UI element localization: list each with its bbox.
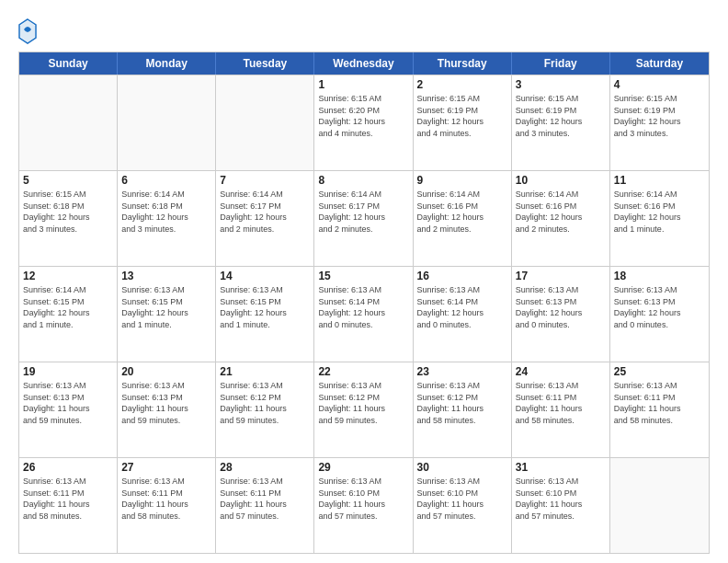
calendar-cell: 8Sunrise: 6:14 AM Sunset: 6:17 PM Daylig… (314, 171, 413, 266)
day-number: 28 (220, 461, 310, 474)
calendar-cell: 17Sunrise: 6:13 AM Sunset: 6:13 PM Dayli… (512, 267, 610, 362)
day-info: Sunrise: 6:13 AM Sunset: 6:13 PM Dayligh… (23, 380, 113, 426)
day-number: 29 (318, 461, 408, 474)
day-info: Sunrise: 6:15 AM Sunset: 6:19 PM Dayligh… (516, 93, 606, 139)
day-number: 11 (614, 174, 705, 187)
day-number: 6 (121, 174, 211, 187)
day-info: Sunrise: 6:14 AM Sunset: 6:16 PM Dayligh… (417, 189, 507, 235)
calendar-cell: 10Sunrise: 6:14 AM Sunset: 6:16 PM Dayli… (512, 171, 610, 266)
calendar-cell: 26Sunrise: 6:13 AM Sunset: 6:11 PM Dayli… (19, 458, 118, 553)
day-info: Sunrise: 6:14 AM Sunset: 6:17 PM Dayligh… (220, 189, 310, 235)
day-info: Sunrise: 6:13 AM Sunset: 6:10 PM Dayligh… (516, 476, 606, 522)
calendar-cell: 2Sunrise: 6:15 AM Sunset: 6:19 PM Daylig… (414, 75, 512, 170)
page: SundayMondayTuesdayWednesdayThursdayFrid… (0, 0, 728, 563)
calendar-cell: 16Sunrise: 6:13 AM Sunset: 6:14 PM Dayli… (414, 267, 512, 362)
day-info: Sunrise: 6:13 AM Sunset: 6:11 PM Dayligh… (23, 476, 113, 522)
calendar-row-5: 26Sunrise: 6:13 AM Sunset: 6:11 PM Dayli… (19, 457, 709, 553)
header-day-monday: Monday (118, 52, 216, 75)
day-number: 16 (417, 270, 507, 282)
day-number: 7 (220, 174, 310, 187)
day-info: Sunrise: 6:13 AM Sunset: 6:11 PM Dayligh… (220, 476, 310, 522)
day-number: 2 (417, 78, 507, 91)
day-info: Sunrise: 6:13 AM Sunset: 6:11 PM Dayligh… (614, 380, 705, 426)
day-info: Sunrise: 6:13 AM Sunset: 6:15 PM Dayligh… (121, 284, 211, 330)
day-number: 26 (23, 461, 113, 474)
day-number: 21 (220, 365, 310, 378)
day-number: 25 (614, 365, 705, 378)
day-info: Sunrise: 6:13 AM Sunset: 6:13 PM Dayligh… (516, 284, 606, 330)
calendar-cell: 9Sunrise: 6:14 AM Sunset: 6:16 PM Daylig… (414, 171, 512, 266)
day-info: Sunrise: 6:13 AM Sunset: 6:12 PM Dayligh… (417, 380, 507, 426)
calendar-cell: 19Sunrise: 6:13 AM Sunset: 6:13 PM Dayli… (19, 362, 118, 457)
day-info: Sunrise: 6:14 AM Sunset: 6:16 PM Dayligh… (516, 189, 606, 235)
header-day-thursday: Thursday (414, 52, 512, 75)
day-number: 3 (516, 78, 606, 91)
calendar-cell: 4Sunrise: 6:15 AM Sunset: 6:19 PM Daylig… (610, 75, 709, 170)
day-info: Sunrise: 6:15 AM Sunset: 6:19 PM Dayligh… (417, 93, 507, 139)
calendar-cell: 25Sunrise: 6:13 AM Sunset: 6:11 PM Dayli… (610, 362, 709, 457)
header-day-friday: Friday (512, 52, 610, 75)
calendar-cell: 21Sunrise: 6:13 AM Sunset: 6:12 PM Dayli… (216, 362, 314, 457)
calendar-cell (610, 458, 709, 553)
day-number: 19 (23, 365, 113, 378)
header-day-tuesday: Tuesday (216, 52, 314, 75)
calendar-row-3: 12Sunrise: 6:14 AM Sunset: 6:15 PM Dayli… (19, 266, 709, 362)
calendar-cell: 23Sunrise: 6:13 AM Sunset: 6:12 PM Dayli… (414, 362, 512, 457)
calendar-cell: 27Sunrise: 6:13 AM Sunset: 6:11 PM Dayli… (118, 458, 216, 553)
day-info: Sunrise: 6:14 AM Sunset: 6:18 PM Dayligh… (121, 189, 211, 235)
day-number: 31 (516, 461, 606, 474)
calendar-cell: 6Sunrise: 6:14 AM Sunset: 6:18 PM Daylig… (118, 171, 216, 266)
calendar-cell: 3Sunrise: 6:15 AM Sunset: 6:19 PM Daylig… (512, 75, 610, 170)
day-number: 18 (614, 270, 705, 282)
day-info: Sunrise: 6:13 AM Sunset: 6:12 PM Dayligh… (220, 380, 310, 426)
calendar-cell: 14Sunrise: 6:13 AM Sunset: 6:15 PM Dayli… (216, 267, 314, 362)
day-number: 12 (23, 270, 113, 282)
header-day-sunday: Sunday (19, 52, 118, 75)
day-info: Sunrise: 6:15 AM Sunset: 6:18 PM Dayligh… (23, 189, 113, 235)
calendar-cell: 12Sunrise: 6:14 AM Sunset: 6:15 PM Dayli… (19, 267, 118, 362)
logo (18, 18, 39, 44)
day-info: Sunrise: 6:13 AM Sunset: 6:11 PM Dayligh… (121, 476, 211, 522)
calendar: SundayMondayTuesdayWednesdayThursdayFrid… (18, 52, 710, 554)
day-number: 30 (417, 461, 507, 474)
calendar-cell: 11Sunrise: 6:14 AM Sunset: 6:16 PM Dayli… (610, 171, 709, 266)
day-info: Sunrise: 6:13 AM Sunset: 6:10 PM Dayligh… (417, 476, 507, 522)
logo-icon (18, 18, 37, 44)
calendar-row-4: 19Sunrise: 6:13 AM Sunset: 6:13 PM Dayli… (19, 362, 709, 457)
calendar-cell (118, 75, 216, 170)
header (18, 15, 710, 44)
day-info: Sunrise: 6:14 AM Sunset: 6:16 PM Dayligh… (614, 189, 705, 235)
day-number: 13 (121, 270, 211, 282)
calendar-cell: 18Sunrise: 6:13 AM Sunset: 6:13 PM Dayli… (610, 267, 709, 362)
day-number: 17 (516, 270, 606, 282)
day-info: Sunrise: 6:13 AM Sunset: 6:15 PM Dayligh… (220, 284, 310, 330)
calendar-cell: 30Sunrise: 6:13 AM Sunset: 6:10 PM Dayli… (414, 458, 512, 553)
day-number: 1 (318, 78, 408, 91)
day-number: 24 (516, 365, 606, 378)
day-info: Sunrise: 6:15 AM Sunset: 6:19 PM Dayligh… (614, 93, 705, 139)
calendar-row-2: 5Sunrise: 6:15 AM Sunset: 6:18 PM Daylig… (19, 170, 709, 266)
day-number: 10 (516, 174, 606, 187)
day-number: 8 (318, 174, 408, 187)
day-info: Sunrise: 6:13 AM Sunset: 6:12 PM Dayligh… (318, 380, 408, 426)
calendar-cell: 22Sunrise: 6:13 AM Sunset: 6:12 PM Dayli… (314, 362, 413, 457)
calendar-cell (19, 75, 118, 170)
day-number: 9 (417, 174, 507, 187)
calendar-body: 1Sunrise: 6:15 AM Sunset: 6:20 PM Daylig… (19, 75, 709, 553)
calendar-cell: 29Sunrise: 6:13 AM Sunset: 6:10 PM Dayli… (314, 458, 413, 553)
day-number: 20 (121, 365, 211, 378)
calendar-cell: 13Sunrise: 6:13 AM Sunset: 6:15 PM Dayli… (118, 267, 216, 362)
calendar-cell: 31Sunrise: 6:13 AM Sunset: 6:10 PM Dayli… (512, 458, 610, 553)
day-info: Sunrise: 6:13 AM Sunset: 6:13 PM Dayligh… (614, 284, 705, 330)
day-number: 4 (614, 78, 705, 91)
day-info: Sunrise: 6:14 AM Sunset: 6:15 PM Dayligh… (23, 284, 113, 330)
calendar-cell: 24Sunrise: 6:13 AM Sunset: 6:11 PM Dayli… (512, 362, 610, 457)
calendar-cell: 1Sunrise: 6:15 AM Sunset: 6:20 PM Daylig… (314, 75, 413, 170)
calendar-cell: 7Sunrise: 6:14 AM Sunset: 6:17 PM Daylig… (216, 171, 314, 266)
day-info: Sunrise: 6:13 AM Sunset: 6:11 PM Dayligh… (516, 380, 606, 426)
day-info: Sunrise: 6:14 AM Sunset: 6:17 PM Dayligh… (318, 189, 408, 235)
calendar-cell: 15Sunrise: 6:13 AM Sunset: 6:14 PM Dayli… (314, 267, 413, 362)
calendar-header: SundayMondayTuesdayWednesdayThursdayFrid… (19, 52, 709, 75)
header-day-saturday: Saturday (610, 52, 709, 75)
day-info: Sunrise: 6:13 AM Sunset: 6:14 PM Dayligh… (417, 284, 507, 330)
